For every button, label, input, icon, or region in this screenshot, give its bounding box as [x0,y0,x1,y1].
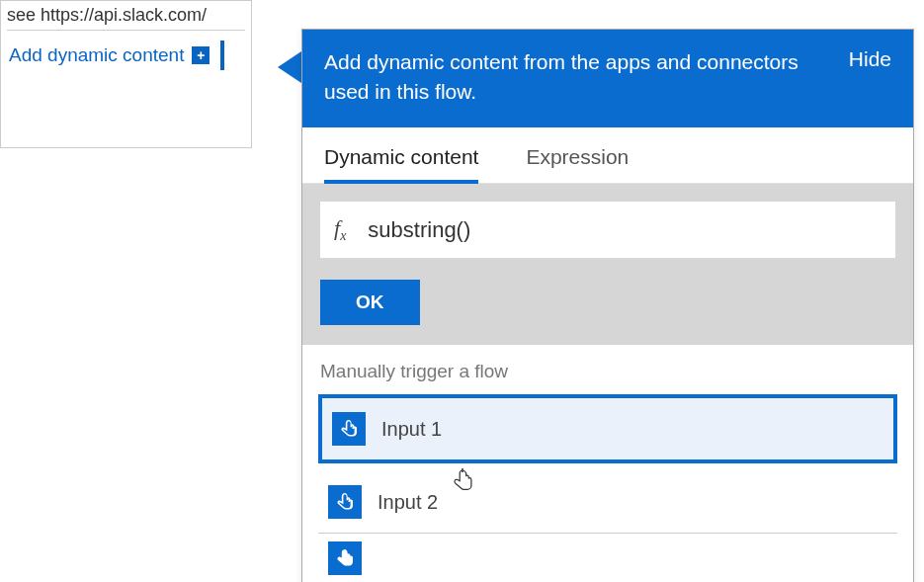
popup-arrow [278,51,301,83]
expression-input[interactable]: fx substring() [320,202,895,258]
touch-icon [332,412,366,446]
expression-value: substring() [368,217,470,243]
tab-dynamic-content[interactable]: Dynamic content [324,139,478,183]
popup-tabs: Dynamic content Expression [302,127,913,184]
section-label: Manually trigger a flow [302,345,913,394]
fx-icon: fx [334,215,346,244]
expression-area: fx substring() OK [302,184,913,345]
hide-button[interactable]: Hide [849,47,891,71]
divider-bar [220,41,224,70]
dynamic-item-label: Input 2 [378,491,438,514]
tab-expression[interactable]: Expression [526,139,629,183]
dynamic-content-popup: Add dynamic content from the apps and co… [301,29,914,582]
touch-icon [328,541,362,575]
add-dynamic-content-row[interactable]: Add dynamic content + [1,31,251,80]
plus-icon[interactable]: + [192,46,210,64]
url-hint-text: see https://api.slack.com/ [7,1,245,31]
input-card: see https://api.slack.com/ Add dynamic c… [0,0,252,148]
dynamic-item-input-2[interactable]: Input 2 [318,471,897,534]
popup-header-text: Add dynamic content from the apps and co… [324,47,798,108]
popup-header: Add dynamic content from the apps and co… [302,30,913,127]
dynamic-item-partial[interactable] [318,534,897,575]
dynamic-item-label: Input 1 [381,418,442,441]
add-dynamic-content-link[interactable]: Add dynamic content [9,44,184,66]
input-items-list: Input 1 Input 2 [302,394,913,582]
dynamic-item-input-1[interactable]: Input 1 [318,394,897,463]
touch-icon [328,485,362,519]
ok-button[interactable]: OK [320,280,420,325]
